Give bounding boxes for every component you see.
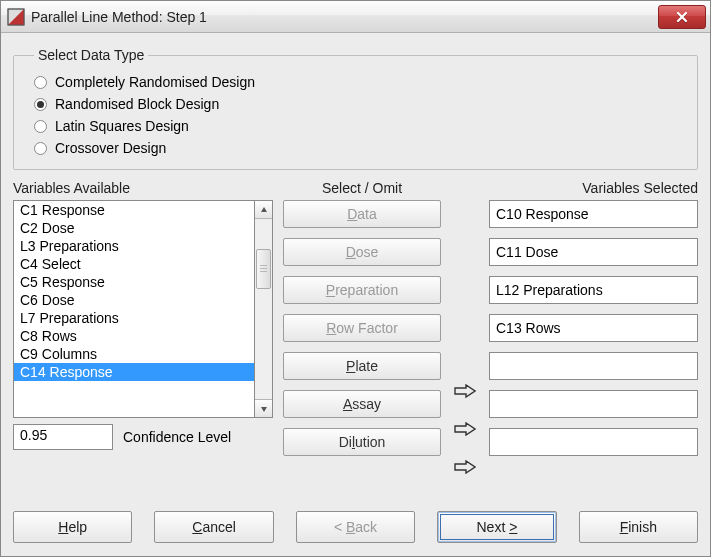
arrow-right-icon <box>454 384 476 398</box>
selected-field-4[interactable] <box>489 352 698 380</box>
scroll-up-button[interactable] <box>255 201 272 219</box>
radio-option-2[interactable]: Latin Squares Design <box>34 115 681 137</box>
dilution-button[interactable]: Dilution <box>283 428 441 456</box>
help-button[interactable]: Help <box>13 511 132 543</box>
scroll-thumb[interactable] <box>256 249 271 289</box>
selected-field-1[interactable]: C11 Dose <box>489 238 698 266</box>
confidence-row: 0.95 Confidence Level <box>13 424 273 450</box>
list-item[interactable]: C14 Response <box>14 363 254 381</box>
radio-label: Latin Squares Design <box>55 118 189 134</box>
app-icon <box>7 8 25 26</box>
variables-area: Variables Available C1 ResponseC2 DoseL3… <box>13 180 698 491</box>
available-listbox[interactable]: C1 ResponseC2 DoseL3 PreparationsC4 Sele… <box>13 200 255 418</box>
rowfactor-button[interactable]: Row Factor <box>283 314 441 342</box>
available-label: Variables Available <box>13 180 273 196</box>
data-button[interactable]: Data <box>283 200 441 228</box>
design-type-group: Select Data Type Completely Randomised D… <box>13 47 698 170</box>
list-item[interactable]: C4 Select <box>14 255 254 273</box>
dose-button[interactable]: Dose <box>283 238 441 266</box>
cancel-button[interactable]: Cancel <box>154 511 273 543</box>
chevron-down-icon <box>260 405 268 413</box>
assign-arrow <box>451 415 479 443</box>
list-item[interactable]: C8 Rows <box>14 327 254 345</box>
select-omit-label: Select / Omit <box>283 180 441 196</box>
list-item[interactable]: L7 Preparations <box>14 309 254 327</box>
available-scrollbar[interactable] <box>255 200 273 418</box>
radio-option-0[interactable]: Completely Randomised Design <box>34 71 681 93</box>
confidence-label: Confidence Level <box>123 429 231 445</box>
close-icon <box>676 11 688 23</box>
list-item[interactable]: C1 Response <box>14 201 254 219</box>
assign-arrow <box>451 453 479 481</box>
list-item[interactable]: L3 Preparations <box>14 237 254 255</box>
scroll-track[interactable] <box>255 219 272 399</box>
list-item[interactable]: C6 Dose <box>14 291 254 309</box>
radio-indicator <box>34 76 47 89</box>
radio-label: Randomised Block Design <box>55 96 219 112</box>
titlebar: Parallel Line Method: Step 1 <box>1 1 710 33</box>
arrow-right-icon <box>454 422 476 436</box>
client-area: Select Data Type Completely Randomised D… <box>1 33 710 556</box>
radio-option-3[interactable]: Crossover Design <box>34 137 681 159</box>
back-button[interactable]: < Back <box>296 511 415 543</box>
list-item[interactable]: C2 Dose <box>14 219 254 237</box>
selected-field-0[interactable]: C10 Response <box>489 200 698 228</box>
selected-field-3[interactable]: C13 Rows <box>489 314 698 342</box>
list-item[interactable]: C9 Columns <box>14 345 254 363</box>
radio-option-1[interactable]: Randomised Block Design <box>34 93 681 115</box>
window-title: Parallel Line Method: Step 1 <box>31 9 658 25</box>
radio-indicator <box>34 98 47 111</box>
selected-field-5[interactable] <box>489 390 698 418</box>
close-button[interactable] <box>658 5 706 29</box>
confidence-input[interactable]: 0.95 <box>13 424 113 450</box>
arrow-right-icon <box>454 460 476 474</box>
finish-button[interactable]: Finish <box>579 511 698 543</box>
arrows-column <box>451 180 479 491</box>
radio-label: Crossover Design <box>55 140 166 156</box>
available-listbox-wrap: C1 ResponseC2 DoseL3 PreparationsC4 Sele… <box>13 200 273 418</box>
available-column: Variables Available C1 ResponseC2 DoseL3… <box>13 180 273 491</box>
radio-label: Completely Randomised Design <box>55 74 255 90</box>
select-omit-column: Select / Omit DataDosePreparationRow Fac… <box>283 180 441 491</box>
dialog-window: Parallel Line Method: Step 1 Select Data… <box>0 0 711 557</box>
selected-label: Variables Selected <box>489 180 698 196</box>
list-item[interactable]: C5 Response <box>14 273 254 291</box>
radio-indicator <box>34 120 47 133</box>
assay-button[interactable]: Assay <box>283 390 441 418</box>
radio-indicator <box>34 142 47 155</box>
footer-buttons: Help Cancel < Back Next > Finish <box>13 511 698 543</box>
selected-column: Variables Selected C10 ResponseC11 DoseL… <box>489 180 698 491</box>
chevron-up-icon <box>260 206 268 214</box>
plate-button[interactable]: Plate <box>283 352 441 380</box>
assign-arrow <box>451 377 479 405</box>
scroll-down-button[interactable] <box>255 399 272 417</box>
preparation-button[interactable]: Preparation <box>283 276 441 304</box>
selected-field-6[interactable] <box>489 428 698 456</box>
svg-marker-4 <box>261 407 267 412</box>
next-button[interactable]: Next > <box>437 511 556 543</box>
selected-field-2[interactable]: L12 Preparations <box>489 276 698 304</box>
svg-marker-3 <box>261 207 267 212</box>
group-legend: Select Data Type <box>34 47 148 63</box>
